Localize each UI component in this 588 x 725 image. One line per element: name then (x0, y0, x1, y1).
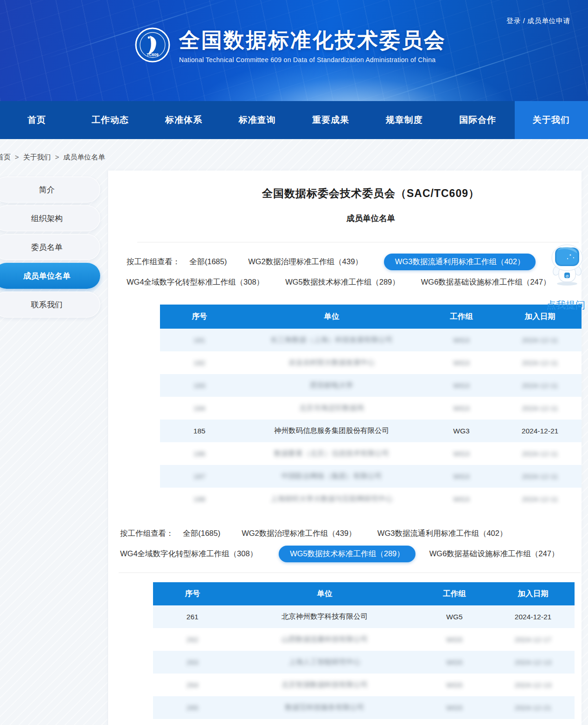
table-row: 188上海财经大学大数据与互联网研究中心WG32024-12-11 (160, 488, 582, 510)
tc609-logo-icon: TC609 (134, 25, 171, 64)
table-row: 263上海人工智能研究中心WG52024-12-13 (153, 651, 575, 674)
sidebar-item-intro[interactable]: 简介 (0, 177, 100, 203)
table-row: 262山西数据流量科技有限公司WG52024-12-17 (153, 628, 575, 651)
filter-wg2[interactable]: WG2数据治理标准工作组（439） (248, 257, 363, 267)
filter-wg2[interactable]: WG2数据治理标准工作组（439） (242, 528, 356, 539)
divider (119, 572, 581, 573)
nav-standard-search[interactable]: 标准查询 (221, 101, 294, 139)
filter-wg3[interactable]: WG3数据流通利用标准工作组（402） (377, 528, 507, 539)
col-seq: 序号 (160, 305, 239, 329)
sidebar-item-org-structure[interactable]: 组织架构 (0, 205, 100, 231)
col-workgroup: 工作组 (417, 582, 492, 605)
table-row-beijing-shenzhou: 261北京神州数字科技有限公司WG52024-12-21 (153, 605, 575, 628)
content-area: 简介 组织架构 委员名单 成员单位名单 联系我们 全国数据标委会技术委员会（SA… (0, 171, 588, 725)
svg-text:TC609: TC609 (147, 52, 159, 57)
table-row-shenzhou-shuma: 185神州数码信息服务集团股份有限公司WG32024-12-21 (160, 420, 582, 442)
filter-wg5[interactable]: WG5数据技术标准工作组（289） (279, 546, 415, 562)
table-row: 264北京智源数据科技有限公司WG52024-12-13 (153, 674, 575, 696)
table-header-row: 序号 单位 工作组 加入日期 (160, 305, 582, 329)
nav-about-us[interactable]: 关于我们 (515, 101, 588, 139)
filter-wg4[interactable]: WG4全域数字化转型标准工作组（308） (120, 549, 257, 559)
filter-all[interactable]: 全部(1685) (183, 528, 221, 539)
filter-wg6[interactable]: WG6数据基础设施标准工作组（247） (421, 277, 551, 287)
nav-regulations[interactable]: 规章制度 (368, 101, 441, 139)
table-row: 186数据要素（北京）信息技术有限公司WG32024-12-11 (160, 442, 582, 465)
workgroup-filter-bar-1: 按工作组查看： 全部(1685) WG2数据治理标准工作组（439） WG3数据… (127, 254, 582, 291)
filter-label: 按工作组查看： (127, 257, 180, 267)
robot-mascot-icon[interactable]: @ (547, 244, 587, 288)
col-workgroup: 工作组 (424, 305, 499, 329)
filter-wg4[interactable]: WG4全域数字化转型标准工作组（308） (127, 277, 264, 287)
col-join-date: 加入日期 (492, 582, 575, 605)
breadcrumb-separator: > (55, 153, 59, 161)
table-row: 187中国联合网络（集团）有限公司WG32024-12-11 (160, 465, 582, 488)
page-subtitle: 成员单位名单 (160, 213, 582, 224)
col-unit: 单位 (239, 305, 424, 329)
col-unit: 单位 (232, 582, 417, 605)
workgroup-filter-bar-2: 按工作组查看： 全部(1685) WG2数据治理标准工作组（439） WG3数据… (120, 525, 582, 562)
nav-standard-system[interactable]: 标准体系 (147, 101, 221, 139)
site-banner: 登录 / 成员单位申请 TC609 全国数据标准化技术委员会 National … (0, 0, 588, 101)
divider (137, 242, 579, 242)
table-row: 265数据宝科技服务有限公司WG52024-12-21 (153, 696, 575, 719)
col-seq: 序号 (153, 582, 232, 605)
sidebar: 简介 组织架构 委员名单 成员单位名单 联系我们 (0, 177, 108, 320)
main-card: 全国数据标委会技术委员会（SAC/TC609） 成员单位名单 按工作组查看： 全… (108, 171, 582, 725)
filter-all[interactable]: 全部(1685) (190, 257, 227, 267)
nav-achievements[interactable]: 重要成果 (294, 101, 368, 139)
table-row: 184北京市海淀区数据局WG32024-12-11 (160, 397, 582, 420)
breadcrumb-separator: > (15, 153, 19, 161)
site-subtitle: National Technical Committee 609 on Data… (179, 56, 446, 64)
nav-international[interactable]: 国际合作 (441, 101, 515, 139)
chat-assistant[interactable]: @ 点我提问 (547, 244, 587, 312)
login-member-apply-link[interactable]: 登录 / 成员单位申请 (506, 17, 570, 25)
filter-wg6[interactable]: WG6数据基础设施标准工作组（247） (429, 549, 559, 559)
breadcrumb-home[interactable]: 首页 (0, 153, 11, 161)
sidebar-item-contact[interactable]: 联系我们 (0, 292, 100, 318)
nav-work-news[interactable]: 工作动态 (74, 101, 147, 139)
member-units-table-wg3: 序号 单位 工作组 加入日期 181长三角数据（上海）科技发展有限公司WG320… (160, 305, 582, 510)
sidebar-item-member-units[interactable]: 成员单位名单 (0, 263, 100, 289)
member-units-table-wg5: 序号 单位 工作组 加入日期 261北京神州数字科技有限公司WG52024-12… (153, 582, 575, 719)
nav-home[interactable]: 首页 (0, 101, 74, 139)
breadcrumb-about[interactable]: 关于我们 (23, 153, 51, 161)
filter-wg5[interactable]: WG5数据技术标准工作组（289） (285, 277, 400, 287)
page-title: 全国数据标委会技术委员会（SAC/TC609） (160, 186, 582, 201)
sidebar-item-committee-list[interactable]: 委员名单 (0, 234, 100, 260)
filter-wg3[interactable]: WG3数据流通利用标准工作组（402） (384, 254, 536, 270)
breadcrumb: 首页>关于我们>成员单位名单 (0, 147, 588, 167)
table-row: 181长三角数据（上海）科技发展有限公司WG32024-12-11 (160, 329, 582, 351)
table-row: 183西安邮电大学WG32024-12-11 (160, 374, 582, 397)
ask-me-label[interactable]: 点我提问 (544, 299, 587, 312)
table-row: 182农业农村部大数据发展中心WG32024-12-11 (160, 351, 582, 374)
main-nav: 首页 工作动态 标准体系 标准查询 重要成果 规章制度 国际合作 关于我们 (0, 101, 588, 139)
site-brand: TC609 全国数据标准化技术委员会 National Technical Co… (134, 25, 446, 64)
svg-text:@: @ (565, 274, 569, 278)
site-title: 全国数据标准化技术委员会 (179, 25, 446, 55)
filter-label: 按工作组查看： (120, 528, 174, 539)
table-header-row: 序号 单位 工作组 加入日期 (153, 582, 575, 605)
breadcrumb-current: 成员单位名单 (64, 153, 105, 161)
